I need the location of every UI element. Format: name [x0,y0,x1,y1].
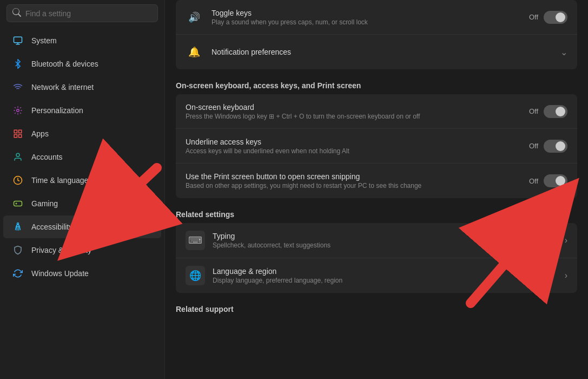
personalization-nav-label: Personalization [31,106,83,115]
related-settings-section: ⌨ Typing Spellcheck, autocorrect, text s… [165,223,588,293]
underline-access-row[interactable]: Underline access keys Access keys will b… [176,129,577,164]
top-toggle-section: 🔊 Toggle keys Play a sound when you pres… [165,0,588,69]
notification-text: Notification preferences [212,48,552,56]
privacy-nav-icon [12,244,24,256]
onscreen-keyboard-title: On-screen keyboard [186,103,520,112]
svg-rect-8 [14,201,22,206]
notification-chevron-icon: ⌄ [560,47,567,57]
network-nav-label: Network & internet [31,83,94,92]
onscreen-keyboard-switch[interactable] [544,105,567,118]
keyboard-card: On-screen keyboard Press the Windows log… [176,94,577,198]
onscreen-keyboard-text: On-screen keyboard Press the Windows log… [186,103,520,120]
toggle-keys-switch[interactable] [544,11,567,24]
print-screen-label: Off [529,177,538,185]
notification-control[interactable]: ⌄ [560,47,567,57]
gaming-nav-icon [12,198,24,210]
sidebar: SystemBluetooth & devicesNetwork & inter… [0,0,165,379]
system-nav-label: System [31,36,57,45]
search-icon [12,8,21,18]
language-region-row[interactable]: 🌐 Language & region Display language, pr… [176,258,577,293]
svg-point-1 [17,109,19,112]
typing-title: Typing [213,232,557,240]
keyboard-section-heading: On-screen keyboard, access keys, and Pri… [165,71,588,94]
accessibility-nav-icon [12,221,24,233]
onscreen-keyboard-desc: Press the Windows logo key ⊞ + Ctrl + O … [186,113,520,120]
search-box[interactable] [6,4,158,22]
typing-text: Typing Spellcheck, autocorrect, text sug… [213,232,557,249]
onscreen-keyboard-control[interactable]: Off [529,105,567,118]
keyboard-section: On-screen keyboard Press the Windows log… [165,94,588,198]
underline-access-control[interactable]: Off [529,140,567,153]
onscreen-keyboard-label: Off [529,107,538,115]
typing-desc: Spellcheck, autocorrect, text suggestion… [213,241,557,249]
underline-access-desc: Access keys will be underlined even when… [186,147,520,155]
svg-rect-4 [14,135,17,138]
toggle-keys-desc: Play a sound when you press caps, num, o… [212,18,520,26]
related-settings-card: ⌨ Typing Spellcheck, autocorrect, text s… [176,223,577,293]
print-screen-control[interactable]: Off [529,174,567,187]
update-nav-icon [12,267,24,279]
apps-nav-icon [12,128,24,140]
personalization-nav-icon [12,104,24,116]
svg-rect-2 [14,130,17,133]
svg-rect-5 [19,135,22,138]
toggle-keys-text: Toggle keys Play a sound when you press … [212,9,520,26]
toggle-keys-title: Toggle keys [212,9,520,17]
underline-access-label: Off [529,142,538,150]
print-screen-desc: Based on other app settings, you might n… [186,182,520,190]
notification-title: Notification preferences [212,48,552,56]
toggle-keys-icon: 🔊 [186,9,203,26]
accounts-nav-icon [12,151,24,163]
accessibility-nav-label: Accessibility [31,223,72,231]
language-desc: Display language, preferred language, re… [213,277,557,284]
sidebar-item-accessibility[interactable]: Accessibility [3,215,161,238]
toggle-keys-label: Off [529,13,538,21]
sidebar-item-time[interactable]: Time & language [3,169,161,192]
sidebar-item-network[interactable]: Network & internet [3,76,161,99]
privacy-nav-label: Privacy & security [31,246,91,254]
typing-icon: ⌨ [186,231,205,250]
onscreen-keyboard-row[interactable]: On-screen keyboard Press the Windows log… [176,94,577,129]
underline-access-title: Underline access keys [186,138,520,146]
toggle-keys-row[interactable]: 🔊 Toggle keys Play a sound when you pres… [176,0,577,35]
language-text: Language & region Display language, pref… [213,267,557,284]
sidebar-item-update[interactable]: Windows Update [3,262,161,285]
main-content: 🔊 Toggle keys Play a sound when you pres… [165,0,588,379]
typing-row[interactable]: ⌨ Typing Spellcheck, autocorrect, text s… [176,223,577,258]
sidebar-item-gaming[interactable]: Gaming [3,192,161,215]
typing-chevron-icon: › [565,236,567,245]
sidebar-item-apps[interactable]: Apps [3,122,161,145]
notification-prefs-row[interactable]: 🔔 Notification preferences ⌄ [176,35,577,69]
search-input[interactable] [25,9,152,18]
sidebar-item-system[interactable]: System [3,29,161,52]
sidebar-item-bluetooth[interactable]: Bluetooth & devices [3,53,161,75]
network-nav-icon [12,81,24,93]
bluetooth-nav-label: Bluetooth & devices [31,60,98,68]
underline-access-text: Underline access keys Access keys will b… [186,138,520,155]
print-screen-text: Use the Print screen button to open scre… [186,172,520,190]
underline-access-switch[interactable] [544,140,567,153]
print-screen-switch[interactable] [544,174,567,187]
bluetooth-nav-icon [12,58,24,70]
print-screen-row[interactable]: Use the Print screen button to open scre… [176,164,577,198]
system-nav-icon [12,35,24,47]
gaming-nav-label: Gaming [31,199,58,208]
language-title: Language & region [213,267,557,276]
sidebar-item-personalization[interactable]: Personalization [3,99,161,122]
top-setting-card: 🔊 Toggle keys Play a sound when you pres… [176,0,577,69]
svg-rect-3 [19,130,22,133]
time-nav-label: Time & language [31,176,88,185]
related-settings-heading: Related settings [165,200,588,223]
sidebar-item-accounts[interactable]: Accounts [3,146,161,168]
toggle-keys-control[interactable]: Off [529,11,567,24]
related-support-heading: Related support [165,295,588,318]
update-nav-label: Windows Update [31,269,89,278]
sidebar-item-privacy[interactable]: Privacy & security [3,239,161,262]
accounts-nav-label: Accounts [31,153,63,161]
svg-point-6 [16,153,19,156]
time-nav-icon [12,174,24,186]
svg-point-9 [17,223,19,225]
nav-list: SystemBluetooth & devicesNetwork & inter… [0,29,164,285]
apps-nav-label: Apps [31,129,49,138]
language-chevron-icon: › [565,271,567,280]
